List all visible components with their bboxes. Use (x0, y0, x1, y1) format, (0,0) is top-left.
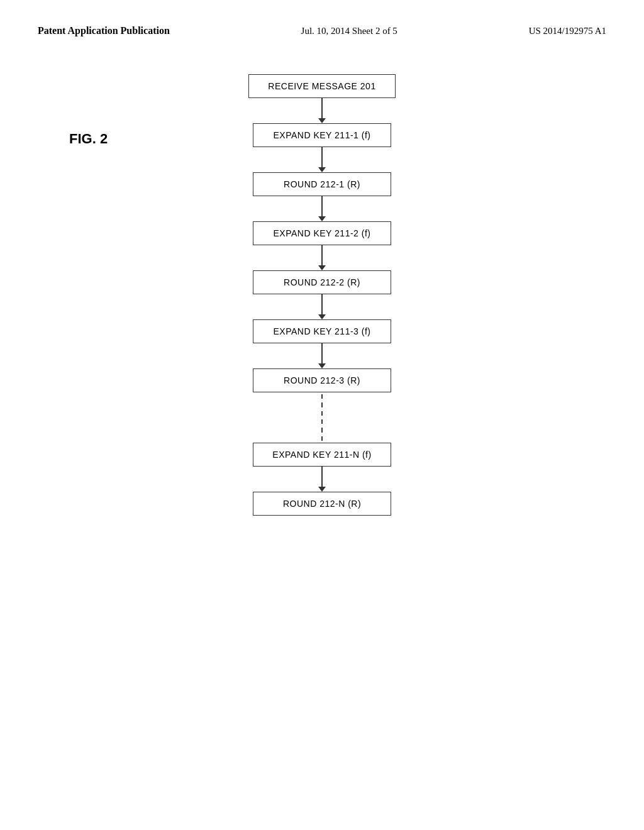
node-roundN: ROUND 212-N (R) (253, 492, 391, 516)
node-expand3: EXPAND KEY 211-3 (f) (253, 319, 391, 343)
arrow-7 (318, 467, 326, 492)
arrow-2 (318, 147, 326, 172)
node-expandN: EXPAND KEY 211-N (f) (253, 443, 391, 467)
flowchart: RECEIVE MESSAGE 201 EXPAND KEY 211-1 (f)… (248, 74, 395, 516)
node-round3: ROUND 212-3 (R) (253, 368, 391, 392)
node-receive: RECEIVE MESSAGE 201 (248, 74, 395, 98)
page-header: Patent Application Publication Jul. 10, … (0, 0, 644, 49)
header-publication-type: Patent Application Publication (38, 25, 170, 36)
dashed-continuation (321, 392, 323, 443)
node-round2: ROUND 212-2 (R) (253, 270, 391, 294)
arrow-5 (318, 294, 326, 319)
arrow-4 (318, 245, 326, 270)
header-date-sheet: Jul. 10, 2014 Sheet 2 of 5 (301, 26, 397, 36)
node-round1: ROUND 212-1 (R) (253, 172, 391, 196)
arrow-3 (318, 196, 326, 221)
node-expand2: EXPAND KEY 211-2 (f) (253, 221, 391, 245)
arrow-1 (318, 98, 326, 123)
header-patent-number: US 2014/192975 A1 (529, 26, 606, 36)
arrow-6 (318, 343, 326, 368)
node-expand1: EXPAND KEY 211-1 (f) (253, 123, 391, 147)
figure-label: FIG. 2 (69, 131, 108, 147)
diagram-area: FIG. 2 RECEIVE MESSAGE 201 EXPAND KEY 21… (0, 49, 644, 804)
